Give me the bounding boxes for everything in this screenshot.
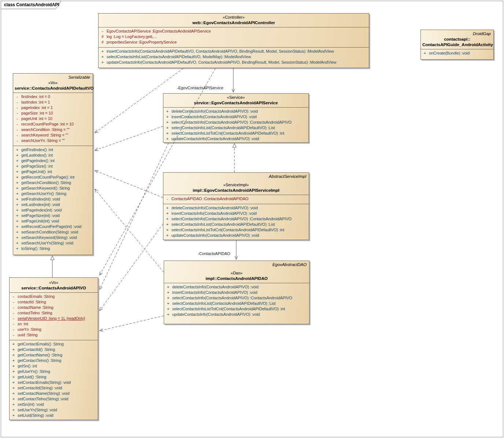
member-row: +getRecordCountPerPage() :int xyxy=(13,175,92,180)
member-row: +updateContactsInfo(ContactsAndroidAPIVO… xyxy=(163,136,308,142)
attributes-section: -contactEmails :String-contactId :String… xyxy=(10,293,98,340)
member-row: +getPageSize() :int xyxy=(13,164,92,169)
member-row: +selectContactsInfo(ContactsAndroidAPIVO… xyxy=(163,120,308,125)
member-row: +getPageIndex() :int xyxy=(13,158,92,164)
member-row: +deleteContactsInfo(ContactsAndroidAPIVO… xyxy=(163,205,308,211)
class-name: service::ContactsAndroidAPIVO xyxy=(11,285,96,291)
class-name: impl::EgovContactsAndroidAPIServiceImpl xyxy=(165,188,307,193)
methods-section: +deleteContactsInfo(ContactsAndroidAPIVO… xyxy=(163,204,309,240)
member-row: +setPageSize(int) :void xyxy=(13,213,92,218)
member-row: +setContactName(String) :void xyxy=(10,391,97,396)
member-row: +selectContactsInfoList(ContactsAndroidA… xyxy=(164,301,308,306)
class-name: service::EgovContactsAndroidAPIService xyxy=(165,100,307,106)
class-parent-label: AbstractServiceImpl xyxy=(165,174,307,179)
class-parent-label: Serializable xyxy=(15,75,91,80)
class-box-contactsandroidapidefaultvo[interactable]: Serializable «Vo» service::ContactsAndro… xyxy=(13,73,93,255)
member-row: +selectContactsInfo(ContactsAndroidAPIVO… xyxy=(164,295,308,301)
class-parent-label: EgovAbstractDAO xyxy=(166,262,308,267)
member-row: +selectContactsInfoListTotCnt(ContactsAn… xyxy=(164,306,308,312)
methods-section: +getFirstIndex() :int+getLastIndex() :in… xyxy=(13,146,93,255)
member-row: -pageIndex :int = 1 xyxy=(13,105,92,111)
member-row: -contactId :String xyxy=(10,299,97,305)
class-name-line1: contactsapi:: xyxy=(422,37,492,42)
class-box-egovcontactsandroidapiservice[interactable]: «Service» service::EgovContactsAndroidAP… xyxy=(163,93,309,143)
diagram-tab-label: class ContactsAndroidAPI xyxy=(4,2,59,7)
member-row: +getLastIndex() :int xyxy=(13,153,92,158)
class-stereotype: «Dao» xyxy=(166,270,308,276)
member-row: -lastIndex :int = 1 xyxy=(13,100,92,105)
member-row: +getContactName() :String xyxy=(10,352,97,358)
member-row: +setSearchCondition(String) :void xyxy=(13,229,92,235)
member-row: +setSn(int) :void xyxy=(10,402,97,407)
member-row: +getUseYn() :String xyxy=(10,369,97,374)
class-name: service::ContactsAndroidAPIDefaultVO xyxy=(15,86,91,91)
association-label-egovcontactsapiservice: -EgovContactsAPIService xyxy=(177,86,223,90)
member-row: +getSearchKeyword() :String xyxy=(13,186,92,191)
member-row: -uuid :String xyxy=(10,332,97,338)
member-row: +setContactEmails(String) :void xyxy=(10,380,97,385)
member-row: -ContactsAPIDAO :ContactsAndroidAPIDAO xyxy=(163,196,308,202)
class-name: impl::ContactsAndroidAPIDAO xyxy=(166,276,308,281)
member-row: +selectContactsInfoList(ContactsAndroidA… xyxy=(163,222,308,227)
class-box-contactsapiguide-androidactivity[interactable]: DroidGap contactsapi:: ContactsAPIGuide_… xyxy=(420,30,494,60)
attributes-section: -firstIndex :int = 0-lastIndex :int = 1-… xyxy=(13,93,93,146)
member-row: +getSearchCondition() :String xyxy=(13,180,92,186)
member-row: -firstIndex :int = 0 xyxy=(13,94,92,100)
member-row: -contactName :String xyxy=(10,305,97,310)
class-stereotype: «Controller» xyxy=(100,15,367,20)
methods-section: +deleteContactsInfo(ContactsAndroidAPIVO… xyxy=(163,108,308,144)
member-row: +setPageUnit(int) :void xyxy=(13,218,92,224)
member-row: -searchCondition :String = "" xyxy=(13,127,92,132)
class-stereotype: «Vo» xyxy=(11,280,96,285)
member-row: -serialVersionUID :long = 1L {readOnly} xyxy=(10,316,97,321)
member-row: +selectContactsInfo(ContactsAndroidAPIVO… xyxy=(163,216,308,222)
member-row: -sn :int xyxy=(10,321,97,327)
member-row: +toString() :String xyxy=(13,246,92,251)
member-row: +getPageUnit() :int xyxy=(13,169,92,175)
member-row: +setSearchUseYn(String) :void xyxy=(13,240,92,246)
member-row: -recordCountPerPage :int = 10 xyxy=(13,121,92,127)
member-row: +setUseYn(String) :void xyxy=(10,407,97,413)
class-name-line2: ContactsAPIGuide_AndroidActivity xyxy=(422,42,492,48)
member-row: +updateContactsInfo(ContactsAndroidAPIVO… xyxy=(163,233,308,238)
diagram-tab: class ContactsAndroidAPI xyxy=(1,1,67,10)
member-row: -EgovContactsAPIService :EgovContactsAnd… xyxy=(99,29,368,34)
member-row: +setContactTelno(String) :void xyxy=(10,396,97,402)
class-box-egovcontactsandroidapiserviceimpl[interactable]: AbstractServiceImpl «ServiceImpl» impl::… xyxy=(163,172,309,240)
class-name: web::EgovContactsAndroidAPIController xyxy=(100,20,367,26)
class-header: DroidGap contactsapi:: ContactsAPIGuide_… xyxy=(421,30,493,49)
member-row: +onCreate(Bundle) :void xyxy=(421,50,493,56)
member-row: +getContactEmails() :String xyxy=(10,341,97,347)
member-row: +setFirstIndex(int) :void xyxy=(13,196,92,202)
association-label-contactsapidao: -ContactsAPIDAO xyxy=(198,251,230,256)
class-box-contactsandroidapidao[interactable]: EgovAbstractDAO «Dao» impl::ContactsAndr… xyxy=(164,261,310,324)
class-stereotype: «ServiceImpl» xyxy=(165,182,307,188)
class-box-contactsandroidapivo[interactable]: «Vo» service::ContactsAndroidAPIVO -cont… xyxy=(9,277,98,420)
member-row: -pageSize :int = 10 xyxy=(13,111,92,116)
member-row: +setSearchKeyword(String) :void xyxy=(13,235,92,240)
attributes-section: -EgovContactsAPIService :EgovContactsAnd… xyxy=(99,27,369,48)
member-row: -contactTelno :String xyxy=(10,310,97,316)
class-header: «Service» service::EgovContactsAndroidAP… xyxy=(163,94,308,108)
member-row: +getUuid() :String xyxy=(10,374,97,380)
member-row: +getSearchUseYn() :String xyxy=(13,191,92,196)
class-header: «Vo» service::ContactsAndroidAPIVO xyxy=(10,278,98,293)
member-row: +getFirstIndex() :int xyxy=(13,147,92,153)
member-row: +getContactId() :String xyxy=(10,347,97,352)
member-row: -contactEmails :String xyxy=(10,294,97,299)
member-row: +insertContactsInfo(ContactsAndroidAPIVO… xyxy=(164,290,308,295)
class-stereotype: «Service» xyxy=(165,95,307,100)
class-header: AbstractServiceImpl «ServiceImpl» impl::… xyxy=(163,173,309,195)
member-row: #log :Log = LogFactory.getL... xyxy=(99,34,368,40)
member-row: +insertContactsInfo(ContactsAndroidAPIDe… xyxy=(99,49,368,54)
class-parent-label: DroidGap xyxy=(422,31,492,37)
member-row: -searchUseYn :String = "" xyxy=(13,138,92,143)
class-box-controller[interactable]: «Controller» web::EgovContactsAndroidAPI… xyxy=(98,13,369,68)
member-row: +setRecordCountPerPage(int) :void xyxy=(13,224,92,229)
member-row: -useYn :String xyxy=(10,327,97,332)
member-row: +setContactId(String) :void xyxy=(10,385,97,391)
member-row: +selectContactsInfoListTotCnt(ContactsAn… xyxy=(163,131,308,136)
member-row: +selectContactsInfoList(ContactsAndroidA… xyxy=(99,54,368,60)
class-header: Serializable «Vo» service::ContactsAndro… xyxy=(13,74,93,93)
member-row: +insertContactsInfo(ContactsAndroidAPIVO… xyxy=(163,211,308,216)
